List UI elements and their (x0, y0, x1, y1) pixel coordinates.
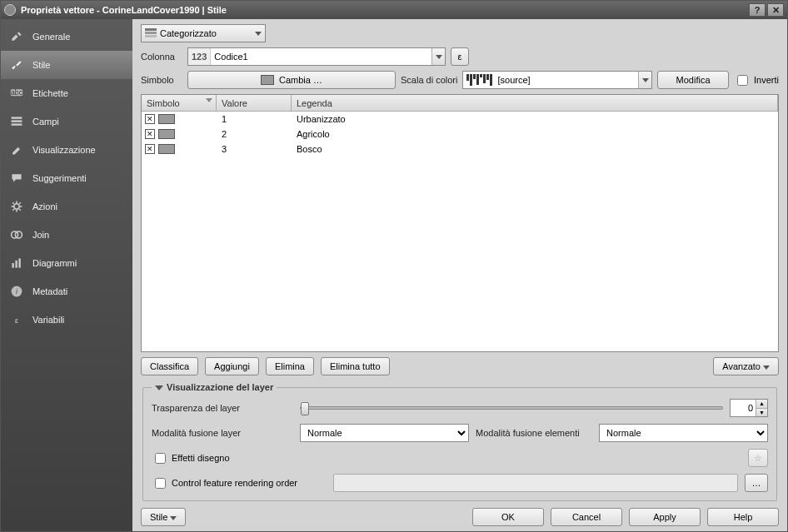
modify-ramp-button[interactable]: Modifica (657, 71, 729, 89)
cell-value: 2 (217, 129, 292, 139)
sidebar-item-variables[interactable]: ε Variabili (1, 306, 132, 334)
sidebar-item-label: Variabili (32, 315, 64, 325)
symbol-change-button[interactable]: Cambia … (187, 71, 396, 89)
invert-checkbox-input[interactable] (737, 75, 748, 86)
add-button[interactable]: Aggiungi (205, 357, 259, 375)
column-type-tag: 123 (188, 48, 211, 65)
abc-icon: abc (7, 86, 26, 101)
app-icon (4, 4, 16, 16)
renderer-value: Categorizzato (160, 28, 217, 38)
classify-button[interactable]: Classifica (141, 357, 198, 375)
category-table[interactable]: Simbolo Valore Legenda 1 Urbanizzato 2 A… (141, 94, 779, 352)
svg-rect-9 (15, 261, 17, 268)
paint-icon (7, 142, 26, 157)
transparency-input[interactable] (731, 400, 756, 416)
help-button[interactable]: ? (749, 3, 766, 17)
sidebar-item-label: Etichette (32, 88, 68, 98)
sidebar-item-diagrams[interactable]: Diagrammi (1, 249, 132, 277)
invert-checkbox[interactable]: Inverti (734, 72, 779, 88)
svg-rect-14 (145, 28, 157, 31)
apply-button[interactable]: Apply (629, 508, 701, 526)
sidebar-item-fields[interactable]: Campi (1, 107, 132, 136)
sidebar-item-label: Suggerimenti (32, 173, 87, 183)
sidebar-item-tips[interactable]: Suggerimenti (1, 164, 132, 192)
wrench-icon (7, 29, 26, 44)
color-ramp-value: [source] (497, 75, 530, 85)
help-button[interactable]: Help (707, 508, 779, 526)
epsilon-icon: ε (7, 312, 26, 327)
blend-layer-combo[interactable]: Normale (300, 424, 469, 442)
blend-feature-combo[interactable]: Normale (599, 424, 768, 442)
chevron-down-icon[interactable] (431, 48, 445, 65)
symbol-swatch-icon (261, 75, 274, 85)
style-menu-button[interactable]: Stile (141, 508, 186, 526)
layer-rendering-group: Visualizzazione del layer Trasparenza de… (142, 382, 777, 501)
sidebar-item-general[interactable]: Generale (1, 22, 132, 51)
sidebar-item-actions[interactable]: Azioni (1, 192, 132, 221)
th-value[interactable]: Valore (217, 95, 292, 111)
chevron-down-icon (155, 385, 163, 390)
close-button[interactable]: ✕ (767, 3, 784, 17)
svg-rect-16 (145, 35, 157, 37)
renderer-combo[interactable]: Categorizzato (141, 24, 266, 42)
sidebar-item-label: Campi (32, 117, 59, 127)
table-row[interactable]: 1 Urbanizzato (142, 112, 778, 127)
chevron-down-icon (170, 516, 177, 520)
chevron-down-icon[interactable] (638, 72, 651, 88)
star-icon: ☆ (754, 453, 762, 464)
th-symbol[interactable]: Simbolo (142, 95, 217, 111)
effects-config-button[interactable]: ☆ (748, 449, 768, 467)
cell-legend: Agricolo (292, 129, 778, 139)
delete-button[interactable]: Elimina (266, 357, 314, 375)
cell-legend: Urbanizzato (292, 114, 778, 124)
cell-legend: Bosco (292, 144, 778, 154)
row-check-icon[interactable] (145, 129, 155, 139)
sidebar-item-label: Generale (32, 32, 70, 42)
sidebar-item-style[interactable]: Stile (1, 51, 132, 79)
expression-button[interactable]: ε (451, 47, 469, 66)
layer-rendering-toggle[interactable]: Visualizzazione del layer (152, 382, 277, 392)
column-combo[interactable]: 123 (187, 47, 446, 66)
sidebar-item-labels[interactable]: abc Etichette (1, 79, 132, 107)
color-ramp-label: Scala di colori (401, 75, 457, 85)
transparency-slider[interactable] (300, 406, 723, 410)
transparency-spinbox[interactable]: ▲▼ (730, 399, 768, 417)
table-row[interactable]: 2 Agricolo (142, 127, 778, 142)
spin-down[interactable]: ▼ (756, 409, 767, 417)
row-check-icon[interactable] (145, 144, 155, 154)
draw-effects-input[interactable] (155, 453, 166, 464)
symbol-label: Simbolo (141, 75, 182, 85)
svg-point-5 (14, 204, 19, 209)
svg-text:ε: ε (15, 316, 18, 325)
advanced-button[interactable]: Avanzato (713, 357, 779, 375)
info-icon: i (7, 284, 26, 299)
draw-effects-checkbox[interactable]: Effetti disegno (152, 450, 230, 466)
slider-thumb[interactable] (301, 402, 309, 415)
sidebar-item-metadata[interactable]: i Metadati (1, 277, 132, 306)
table-row[interactable]: 3 Bosco (142, 142, 778, 157)
sidebar-item-label: Stile (32, 60, 50, 70)
column-input[interactable] (211, 48, 431, 65)
draw-effects-label: Effetti disegno (172, 453, 230, 463)
ok-button[interactable]: OK (472, 508, 544, 526)
th-legend[interactable]: Legenda (292, 95, 778, 111)
svg-rect-4 (12, 123, 22, 125)
sidebar-item-label: Visualizzazione (32, 145, 96, 155)
sidebar-item-rendering[interactable]: Visualizzazione (1, 136, 132, 164)
spin-up[interactable]: ▲ (756, 400, 767, 409)
rendering-order-checkbox[interactable]: Control feature rendering order (152, 475, 327, 491)
rendering-order-config-button[interactable]: … (745, 474, 768, 492)
speech-icon (7, 171, 26, 186)
sidebar-item-join[interactable]: Join (1, 221, 132, 249)
transparency-label: Trasparenza del layer (152, 403, 293, 413)
cancel-button[interactable]: Cancel (551, 508, 622, 526)
color-ramp-combo[interactable]: [source] (462, 71, 652, 89)
gear-icon (7, 199, 26, 214)
delete-all-button[interactable]: Elimina tutto (321, 357, 390, 375)
svg-rect-2 (12, 117, 22, 118)
chart-icon (7, 256, 26, 271)
row-check-icon[interactable] (145, 114, 155, 124)
svg-rect-3 (12, 120, 22, 122)
rendering-order-input[interactable] (155, 478, 166, 489)
brush-icon (7, 57, 26, 72)
